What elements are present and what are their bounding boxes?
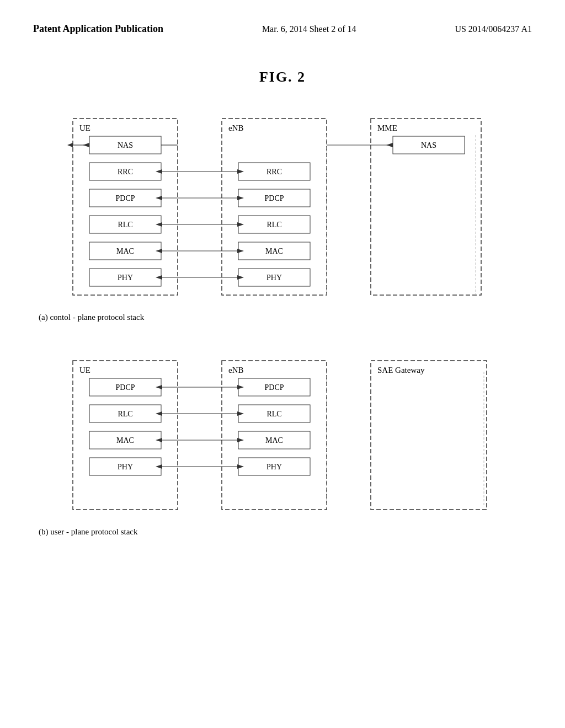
diagram-a-caption: (a) contol - plane protocol stack	[39, 313, 532, 322]
svg-marker-60	[237, 438, 244, 442]
svg-marker-34	[237, 249, 244, 253]
figure-title: FIG. 2	[33, 69, 532, 85]
publication-title: Patent Application Publication	[33, 22, 163, 36]
enb-label-a: eNB	[228, 124, 244, 132]
ue-pdcp-b: PDCP	[115, 383, 135, 392]
diagram-b-svg: UE eNB SAE Gateway PDCP RLC MAC PHY	[56, 350, 509, 521]
enb-rrc-a: RRC	[266, 168, 282, 176]
svg-marker-27	[156, 196, 162, 200]
diagram-a-svg: UE eNB MME NAS RRC PDCP RLC	[56, 102, 509, 306]
svg-marker-16	[67, 143, 73, 147]
svg-marker-37	[237, 275, 244, 280]
sae-label-b: SAE Gateway	[377, 366, 425, 374]
svg-marker-20	[83, 143, 89, 147]
svg-marker-59	[156, 438, 162, 442]
svg-marker-28	[237, 196, 244, 200]
svg-marker-25	[237, 169, 244, 174]
ue-pdcp-a: PDCP	[115, 194, 135, 202]
page-header: Patent Application Publication Mar. 6, 2…	[33, 22, 532, 36]
enb-mac-b: MAC	[265, 436, 283, 445]
patent-number: US 2014/0064237 A1	[455, 22, 532, 34]
enb-pdcp-a: PDCP	[264, 194, 284, 202]
ue-rrc-a: RRC	[118, 168, 133, 176]
enb-label-b: eNB	[228, 366, 244, 374]
diagram-b-svg-wrapper: UE eNB SAE Gateway PDCP RLC MAC PHY	[33, 350, 532, 521]
ue-phy-b: PHY	[118, 463, 133, 471]
svg-marker-53	[156, 385, 162, 389]
enb-pdcp-b: PDCP	[264, 383, 284, 392]
svg-marker-54	[237, 385, 244, 389]
diagram-b-section: UE eNB SAE Gateway PDCP RLC MAC PHY	[33, 350, 532, 537]
enb-phy-b: PHY	[266, 463, 282, 471]
diagram-a-section: UE eNB MME NAS RRC PDCP RLC	[33, 102, 532, 322]
enb-rlc-b: RLC	[266, 410, 281, 418]
date-sheet-info: Mar. 6, 2014 Sheet 2 of 14	[262, 22, 356, 34]
svg-rect-43	[371, 361, 487, 510]
svg-marker-24	[156, 169, 162, 174]
ue-mac-a: MAC	[116, 247, 134, 255]
mme-label-a: MME	[377, 124, 397, 132]
svg-marker-31	[237, 222, 244, 227]
svg-marker-33	[156, 249, 162, 253]
ue-nas-a: NAS	[118, 141, 133, 149]
diagram-a-svg-wrapper: UE eNB MME NAS RRC PDCP RLC	[33, 102, 532, 306]
enb-mac-a: MAC	[265, 247, 283, 255]
mme-nas-a: NAS	[421, 141, 436, 149]
svg-marker-57	[237, 411, 244, 416]
ue-mac-b: MAC	[116, 436, 134, 445]
svg-marker-30	[156, 222, 162, 227]
ue-label-b: UE	[79, 366, 90, 374]
page: Patent Application Publication Mar. 6, 2…	[0, 0, 565, 728]
svg-marker-36	[156, 275, 162, 280]
ue-phy-a: PHY	[118, 274, 133, 282]
ue-label-a: UE	[79, 124, 90, 132]
svg-marker-63	[237, 464, 244, 469]
ue-rlc-a: RLC	[118, 221, 132, 229]
diagram-b-caption: (b) user - plane protocol stack	[39, 527, 532, 537]
ue-rlc-b: RLC	[118, 410, 132, 418]
svg-marker-56	[156, 411, 162, 416]
svg-marker-62	[156, 464, 162, 469]
enb-rlc-a: RLC	[266, 221, 281, 229]
enb-phy-a: PHY	[266, 274, 282, 282]
